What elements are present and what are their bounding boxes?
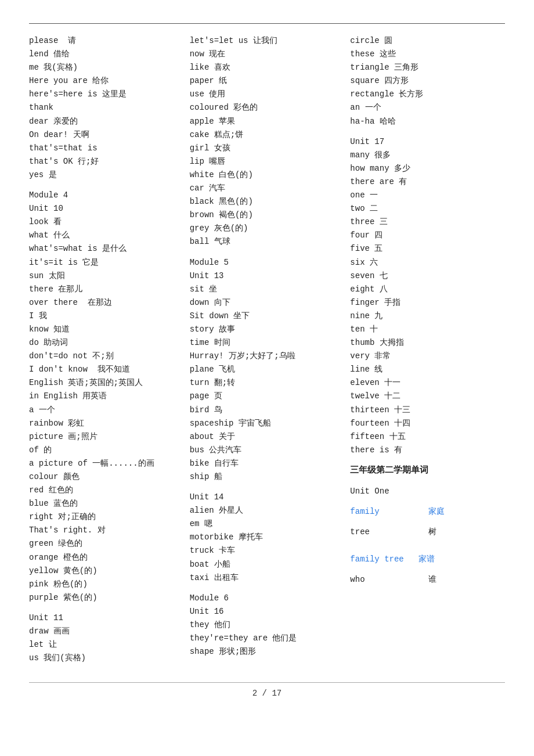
family-entry: family 家庭 bbox=[350, 505, 505, 519]
word-entry: story 故事 bbox=[190, 323, 345, 336]
word-entry: em 嗯 bbox=[190, 517, 345, 531]
spacer bbox=[350, 519, 505, 525]
word-entry: sit 坐 bbox=[190, 283, 345, 296]
word-entry: draw 画画 bbox=[29, 625, 184, 638]
word-entry: here's=here is 这里是 bbox=[29, 88, 184, 101]
word-entry: plane 飞机 bbox=[190, 363, 345, 376]
word-entry: apple 苹果 bbox=[190, 115, 345, 128]
word-entry: yes 是 bbox=[29, 168, 184, 182]
word-entry bbox=[190, 484, 345, 491]
who-entry: who 谁 bbox=[350, 573, 505, 586]
word-entry: I don't know 我不知道 bbox=[29, 363, 184, 376]
word-entry: ha-ha 哈哈 bbox=[350, 115, 505, 128]
word-entry: many 很多 bbox=[350, 149, 505, 162]
word-entry: thirteen 十三 bbox=[350, 404, 505, 417]
word-entry: eleven 十一 bbox=[350, 376, 505, 390]
word-entry: Unit 11 bbox=[29, 611, 184, 625]
word-entry: car 汽车 bbox=[190, 182, 345, 195]
word-entry: boat 小船 bbox=[190, 558, 345, 571]
word-entry: they're=they are 他们是 bbox=[190, 632, 345, 645]
word-entry: turn 翻;转 bbox=[190, 376, 345, 390]
word-entry: square 四方形 bbox=[350, 74, 505, 88]
word-entry: there 在那儿 bbox=[29, 283, 184, 296]
word-entry bbox=[350, 128, 505, 135]
word-entry: circle 圆 bbox=[350, 34, 505, 48]
page-number: 2 / 17 bbox=[252, 689, 282, 698]
word-entry: these 这些 bbox=[350, 48, 505, 61]
word-entry: triangle 三角形 bbox=[350, 61, 505, 74]
word-entry: Here you are 给你 bbox=[29, 74, 184, 88]
page-footer: 2 / 17 bbox=[29, 682, 505, 698]
word-entry: like 喜欢 bbox=[190, 61, 345, 74]
word-entry: Unit 17 bbox=[350, 135, 505, 149]
word-entry: they 他们 bbox=[190, 618, 345, 632]
word-entry bbox=[29, 182, 184, 189]
family-en: family bbox=[350, 507, 379, 516]
spacer bbox=[350, 457, 505, 464]
word-entry: truck 卡车 bbox=[190, 544, 345, 557]
word-entry: dear 亲爱的 bbox=[29, 115, 184, 128]
word-entry: That's right. 对 bbox=[29, 524, 184, 537]
word-entry: Unit 13 bbox=[190, 269, 345, 283]
word-entry: fifteen 十五 bbox=[350, 430, 505, 444]
word-entry: how many 多少 bbox=[350, 162, 505, 175]
word-entry: taxi 出租车 bbox=[190, 571, 345, 585]
word-entry: Unit 10 bbox=[29, 202, 184, 215]
word-entry: eight 八 bbox=[350, 283, 505, 296]
word-entry: bus 公共汽车 bbox=[190, 444, 345, 457]
word-entry: lend 借给 bbox=[29, 48, 184, 61]
column-2: let's=let us 让我们now 现在like 喜欢paper 纸use … bbox=[190, 34, 351, 665]
word-entry: know 知道 bbox=[29, 323, 184, 336]
word-entry: what 什么 bbox=[29, 229, 184, 242]
unit-one-label: Unit One bbox=[350, 485, 505, 498]
word-entry: rainbow 彩虹 bbox=[29, 417, 184, 430]
word-entry: time 时间 bbox=[190, 336, 345, 350]
word-entry: thumb 大拇指 bbox=[350, 336, 505, 350]
spacer bbox=[350, 546, 505, 553]
word-entry: paper 纸 bbox=[190, 74, 345, 88]
word-entry: motorbike 摩托车 bbox=[190, 531, 345, 544]
word-entry: I 我 bbox=[29, 309, 184, 323]
word-entry: one 一 bbox=[350, 189, 505, 202]
word-entry: there is 有 bbox=[350, 444, 505, 457]
word-entry: Module 6 bbox=[190, 592, 345, 605]
spacer bbox=[350, 478, 505, 485]
word-entry: picture 画;照片 bbox=[29, 430, 184, 444]
word-entry: five 五 bbox=[350, 242, 505, 255]
spacer bbox=[350, 498, 505, 505]
spacer bbox=[350, 566, 505, 573]
word-entry: look 看 bbox=[29, 215, 184, 229]
family-tree-cn: 家谱 bbox=[418, 555, 435, 564]
word-entry: what's=what is 是什么 bbox=[29, 242, 184, 255]
word-entry: fourteen 十四 bbox=[350, 417, 505, 430]
word-entry: ten 十 bbox=[350, 323, 505, 336]
word-entry: alien 外星人 bbox=[190, 504, 345, 517]
word-entry: bike 自行车 bbox=[190, 457, 345, 470]
word-entry: let 让 bbox=[29, 638, 184, 651]
word-entry: grey 灰色(的) bbox=[190, 222, 345, 235]
family-tree-en: family tree bbox=[350, 555, 403, 564]
main-content: please 请lend 借给me 我(宾格)Here you are 给你he… bbox=[29, 34, 505, 665]
word-entry: lip 嘴唇 bbox=[190, 155, 345, 168]
word-entry: green 绿色的 bbox=[29, 537, 184, 550]
word-entry: line 线 bbox=[350, 363, 505, 376]
word-entry: six 六 bbox=[350, 256, 505, 269]
word-entry: of 的 bbox=[29, 444, 184, 457]
word-entry: three 三 bbox=[350, 215, 505, 229]
word-entry: that's OK 行;好 bbox=[29, 155, 184, 168]
word-entry: twelve 十二 bbox=[350, 390, 505, 403]
section-header: 三年级第二学期单词 bbox=[350, 464, 505, 478]
word-entry: red 红色的 bbox=[29, 484, 184, 497]
word-entry: Sit down 坐下 bbox=[190, 309, 345, 323]
word-entry bbox=[190, 585, 345, 592]
word-entry: let's=let us 让我们 bbox=[190, 34, 345, 48]
word-entry: right 对;正确的 bbox=[29, 510, 184, 524]
word-entry: it's=it is 它是 bbox=[29, 256, 184, 269]
word-entry: Unit 16 bbox=[190, 605, 345, 618]
word-entry: very 非常 bbox=[350, 350, 505, 363]
word-entry: thank bbox=[29, 101, 184, 114]
word-entry: On dear! 天啊 bbox=[29, 128, 184, 142]
word-entry bbox=[29, 604, 184, 611]
word-entry: don't=do not 不;别 bbox=[29, 350, 184, 363]
word-entry: Module 4 bbox=[29, 189, 184, 202]
